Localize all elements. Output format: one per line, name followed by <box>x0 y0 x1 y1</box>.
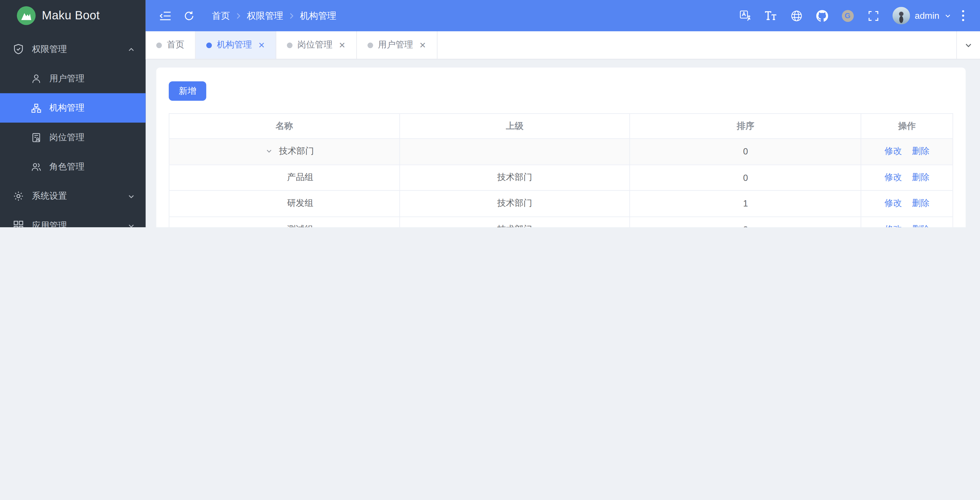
breadcrumb-home[interactable]: 首页 <box>212 10 230 22</box>
tab-org-mgmt[interactable]: 机构管理 ✕ <box>196 31 276 59</box>
table-header-row: 名称 上级 排序 操作 <box>169 113 953 139</box>
column-header-parent: 上级 <box>399 113 630 139</box>
column-header-actions: 操作 <box>861 113 953 139</box>
app-title: Maku Boot <box>42 9 100 22</box>
breadcrumb-current: 机构管理 <box>300 10 336 22</box>
gitee-icon[interactable]: G <box>835 0 861 31</box>
sidebar-item-org-mgmt[interactable]: 机构管理 <box>0 93 146 123</box>
actions-cell: 修改删除 <box>861 190 953 216</box>
more-options-icon[interactable] <box>955 0 971 31</box>
avatar <box>892 7 910 24</box>
tab-dot <box>368 42 373 48</box>
edit-link[interactable]: 修改 <box>885 172 902 182</box>
org-table: 名称 上级 排序 操作 技术部门 0 修改 <box>169 113 953 227</box>
close-tab-icon[interactable]: ✕ <box>419 41 426 49</box>
org-name: 测试组 <box>287 224 313 227</box>
parent-cell: 技术部门 <box>399 190 630 216</box>
app-window: Maku Boot 权限管理 用户管理 机构管理 岗位管理 <box>0 0 980 227</box>
column-header-sort: 排序 <box>630 113 861 139</box>
org-chart-icon <box>31 103 41 113</box>
expand-caret-icon[interactable] <box>264 148 274 155</box>
header-actions: G admin <box>732 0 971 31</box>
sort-cell: 2 <box>630 216 861 227</box>
refresh-icon[interactable] <box>177 0 200 31</box>
sidebar-item-post-mgmt[interactable]: 岗位管理 <box>0 123 146 152</box>
tab-home[interactable]: 首页 <box>146 31 196 59</box>
edit-link[interactable]: 修改 <box>885 198 902 208</box>
sidebar-item-label: 岗位管理 <box>49 132 135 143</box>
users-icon <box>31 162 41 172</box>
logo-mountain-icon <box>17 6 35 25</box>
gear-icon <box>13 191 24 201</box>
table-row: 研发组 技术部门 1 修改删除 <box>169 190 953 216</box>
edit-link[interactable]: 修改 <box>885 224 902 227</box>
tab-label: 首页 <box>167 40 185 51</box>
table-row: 测试组 技术部门 2 修改删除 <box>169 216 953 227</box>
org-name: 技术部门 <box>279 146 314 156</box>
sidebar-item-user-mgmt[interactable]: 用户管理 <box>0 64 146 93</box>
breadcrumb: 首页 权限管理 机构管理 <box>212 10 336 22</box>
table-row: 产品组 技术部门 0 修改删除 <box>169 165 953 190</box>
delete-link[interactable]: 删除 <box>912 198 930 208</box>
content-area: 新增 名称 上级 排序 操作 技术部门 <box>146 59 980 227</box>
tab-dot <box>206 42 212 48</box>
parent-cell: 技术部门 <box>399 165 630 190</box>
top-header: 首页 权限管理 机构管理 <box>146 0 980 31</box>
close-tab-icon[interactable]: ✕ <box>339 41 345 49</box>
font-size-icon[interactable] <box>758 0 783 31</box>
add-button[interactable]: 新增 <box>169 81 206 101</box>
sidebar-item-label: 用户管理 <box>49 73 135 84</box>
sidebar-menu: 权限管理 用户管理 机构管理 岗位管理 角色管理 <box>0 34 146 227</box>
sidebar-item-label: 角色管理 <box>49 161 135 173</box>
globe-icon[interactable] <box>783 0 809 31</box>
parent-cell <box>399 139 630 165</box>
tab-dropdown-icon[interactable] <box>956 31 980 59</box>
chevron-down-icon <box>127 192 135 200</box>
tab-label: 岗位管理 <box>298 40 332 51</box>
org-mgmt-card: 新增 名称 上级 排序 操作 技术部门 <box>156 68 966 227</box>
tab-label: 用户管理 <box>378 40 413 51</box>
chevron-up-icon <box>127 45 135 53</box>
actions-cell: 修改删除 <box>861 216 953 227</box>
breadcrumb-separator-icon <box>235 12 241 19</box>
actions-cell: 修改删除 <box>861 165 953 190</box>
edit-link[interactable]: 修改 <box>885 146 902 156</box>
fullscreen-icon[interactable] <box>861 0 886 31</box>
username: admin <box>915 11 939 21</box>
post-doc-icon <box>31 132 41 142</box>
language-icon[interactable] <box>732 0 758 31</box>
shield-check-icon <box>13 44 24 54</box>
tab-bar-spacer <box>437 31 956 59</box>
org-name: 产品组 <box>287 172 313 182</box>
table-row: 技术部门 0 修改删除 <box>169 139 953 165</box>
menu-fold-icon[interactable] <box>153 0 177 31</box>
sidebar-group-apps[interactable]: 应用管理 <box>0 211 146 227</box>
chevron-down-icon <box>945 12 951 19</box>
close-tab-icon[interactable]: ✕ <box>258 41 265 49</box>
sort-cell: 1 <box>630 190 861 216</box>
sort-cell: 0 <box>630 165 861 190</box>
github-icon[interactable] <box>809 0 835 31</box>
parent-cell: 技术部门 <box>399 216 630 227</box>
main-pane: 首页 权限管理 机构管理 <box>146 0 980 227</box>
tab-user-mgmt[interactable]: 用户管理 ✕ <box>357 31 438 59</box>
app-logo: Maku Boot <box>0 0 146 31</box>
tab-dot <box>287 42 293 48</box>
sidebar-group-permission[interactable]: 权限管理 <box>0 34 146 64</box>
tab-label: 机构管理 <box>217 40 252 51</box>
user-menu[interactable]: admin <box>892 7 951 24</box>
breadcrumb-separator-icon <box>289 12 294 19</box>
breadcrumb-permission[interactable]: 权限管理 <box>247 10 283 22</box>
delete-link[interactable]: 删除 <box>912 146 930 156</box>
chevron-down-icon <box>127 222 135 227</box>
sort-cell: 0 <box>630 139 861 165</box>
delete-link[interactable]: 删除 <box>912 172 930 182</box>
sidebar-item-role-mgmt[interactable]: 角色管理 <box>0 152 146 182</box>
delete-link[interactable]: 删除 <box>912 224 930 227</box>
sidebar-group-label: 应用管理 <box>32 220 119 227</box>
tab-bar: 首页 机构管理 ✕ 岗位管理 ✕ 用户管理 ✕ <box>146 31 980 59</box>
sidebar-item-label: 机构管理 <box>49 102 135 114</box>
tab-post-mgmt[interactable]: 岗位管理 ✕ <box>276 31 357 59</box>
sidebar-group-system[interactable]: 系统设置 <box>0 182 146 211</box>
sidebar-group-label: 权限管理 <box>32 43 119 55</box>
